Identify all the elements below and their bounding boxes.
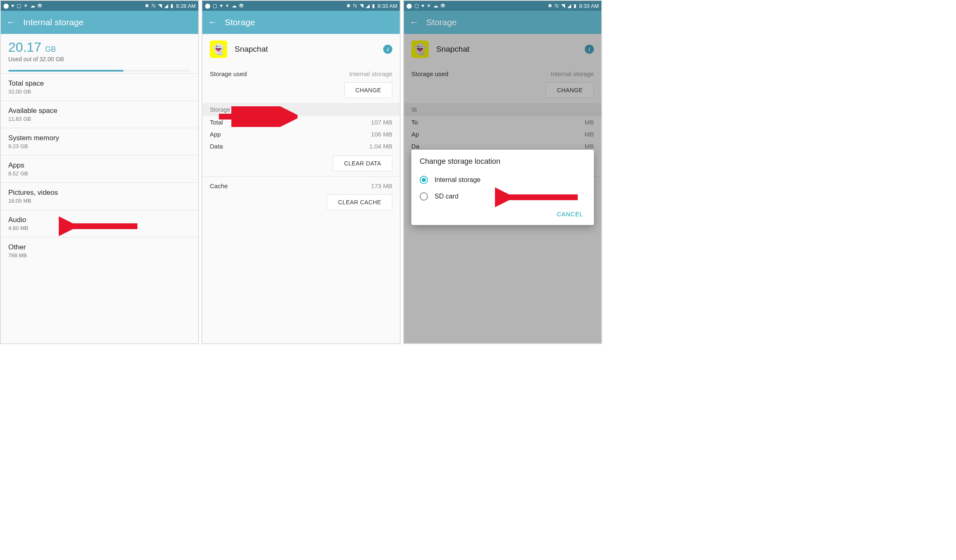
status-icon: ✶ xyxy=(427,3,431,9)
status-icon: ♥ xyxy=(220,3,223,9)
screen-internal-storage: ⬤ ♥ ▢ ✶ ☁ ⛃ ✱ ℕ ◥ ◢ ▮ 8:28 AM ← Internal… xyxy=(0,0,199,344)
wifi-icon: ◥ xyxy=(561,3,565,9)
signal-icon: ◢ xyxy=(366,3,370,9)
item-label: Pictures, videos xyxy=(8,189,191,197)
status-icon: ♥ xyxy=(421,3,424,9)
item-label: Other xyxy=(8,243,191,251)
status-clock: 8:33 AM xyxy=(377,3,397,9)
item-label: Apps xyxy=(8,161,191,170)
status-icon: ☁ xyxy=(232,3,237,9)
status-icon: ⬤ xyxy=(205,3,210,9)
storage-used-label: Storage used xyxy=(210,70,247,77)
snapchat-icon: 👻 xyxy=(210,41,227,58)
status-icon: ♥ xyxy=(11,3,14,9)
storage-progress xyxy=(8,70,191,72)
status-bar: ⬤ ▢ ♥ ✶ ☁ ⛃ ✱ ℕ ◥ ◢ ▮ 8:33 AM xyxy=(202,1,400,11)
status-icon: ✶ xyxy=(24,3,28,9)
option-label: Internal storage xyxy=(435,176,480,184)
battery-icon: ▮ xyxy=(171,3,173,9)
back-arrow-icon[interactable]: ← xyxy=(208,17,217,28)
screen-storage-dialog: ⬤ ▢ ♥ ✶ ☁ ⛃ ✱ ℕ ◥ ◢ ▮ 8:33 AM ← Storage … xyxy=(403,0,602,344)
status-bar: ⬤ ▢ ♥ ✶ ☁ ⛃ ✱ ℕ ◥ ◢ ▮ 8:33 AM xyxy=(404,1,601,11)
back-arrow-icon[interactable]: ← xyxy=(410,17,419,28)
back-arrow-icon[interactable]: ← xyxy=(7,17,16,28)
dialog-title: Change storage location xyxy=(420,157,586,166)
battery-icon: ▮ xyxy=(372,3,375,9)
storage-used-row: Storage used Internal storage xyxy=(202,65,400,79)
used-amount: 20.17 xyxy=(8,40,41,55)
nfc-icon: ℕ xyxy=(555,3,559,9)
status-icon: ⬤ xyxy=(3,3,9,9)
status-icon: ▢ xyxy=(414,3,419,9)
row-data: Data 1.04 MB xyxy=(202,140,400,152)
change-storage-dialog: Change storage location Internal storage… xyxy=(411,150,594,225)
clear-cache-button[interactable]: CLEAR CACHE xyxy=(327,194,392,210)
list-item-system-memory[interactable]: System memory 9.23 GB xyxy=(1,128,198,155)
content: 👻 Snapchat i Storage used Internal stora… xyxy=(404,34,601,343)
item-label: Audio xyxy=(8,216,191,224)
row-app: App 106 MB xyxy=(202,128,400,140)
app-header: 👻 Snapchat i xyxy=(202,34,400,65)
option-sd-card[interactable]: SD card xyxy=(420,188,586,205)
bluetooth-icon: ✱ xyxy=(346,3,351,9)
radio-unselected-icon xyxy=(420,192,428,201)
nfc-icon: ℕ xyxy=(353,3,357,9)
used-sub: Used out of 32.00 GB xyxy=(8,56,191,62)
status-icon: ▢ xyxy=(17,3,21,9)
status-icon: ⛃ xyxy=(38,3,42,9)
signal-icon: ◢ xyxy=(567,3,571,9)
radio-selected-icon xyxy=(420,176,428,184)
option-label: SD card xyxy=(435,193,459,200)
nfc-icon: ℕ xyxy=(151,3,156,9)
status-icon: ▢ xyxy=(213,3,217,9)
signal-icon: ◢ xyxy=(164,3,168,9)
app-bar: ← Storage xyxy=(202,11,400,34)
item-label: Available space xyxy=(8,107,191,115)
item-value: 32.00 GB xyxy=(8,89,191,95)
usage-summary: 20.17 GB Used out of 32.00 GB xyxy=(1,34,198,66)
app-name: Snapchat xyxy=(235,45,376,54)
section-header-storage: Storage xyxy=(202,103,400,116)
list-item-audio[interactable]: Audio 4.60 MB xyxy=(1,210,198,237)
appbar-title: Storage xyxy=(225,17,255,27)
item-label: Total space xyxy=(8,79,191,88)
status-icon: ✶ xyxy=(225,3,229,9)
list-item-available-space[interactable]: Available space 11.83 GB xyxy=(1,101,198,128)
option-internal-storage[interactable]: Internal storage xyxy=(420,172,586,188)
item-value: 11.83 GB xyxy=(8,116,191,122)
list-item-other[interactable]: Other 788 MB xyxy=(1,237,198,264)
item-value: 788 MB xyxy=(8,252,191,258)
list-item-apps[interactable]: Apps 8.52 GB xyxy=(1,156,198,182)
screen-app-storage: ⬤ ▢ ♥ ✶ ☁ ⛃ ✱ ℕ ◥ ◢ ▮ 8:33 AM ← Storage … xyxy=(202,0,401,344)
clear-data-button[interactable]: CLEAR DATA xyxy=(333,156,392,171)
list-item-pictures-videos[interactable]: Pictures, videos 18.05 MB xyxy=(1,183,198,210)
row-cache: Cache 173 MB xyxy=(202,177,400,191)
wifi-icon: ◥ xyxy=(360,3,363,9)
row-total: Total 107 MB xyxy=(202,116,400,128)
item-value: 4.60 MB xyxy=(8,225,191,231)
app-bar: ← Internal storage xyxy=(1,11,198,34)
item-value: 9.23 GB xyxy=(8,143,191,149)
cancel-button[interactable]: CANCEL xyxy=(554,207,586,221)
content: 20.17 GB Used out of 32.00 GB Total spac… xyxy=(1,34,198,343)
content: 👻 Snapchat i Storage used Internal stora… xyxy=(202,34,400,343)
status-icon: ☁ xyxy=(433,3,438,9)
app-bar: ← Storage xyxy=(404,11,601,34)
status-icon: ☁ xyxy=(30,3,35,9)
change-button[interactable]: CHANGE xyxy=(344,82,392,98)
status-icon: ⛃ xyxy=(441,3,445,9)
status-icon: ⬤ xyxy=(406,3,412,9)
battery-icon: ▮ xyxy=(574,3,576,9)
item-label: System memory xyxy=(8,134,191,142)
wifi-icon: ◥ xyxy=(158,3,162,9)
used-unit: GB xyxy=(45,45,56,53)
bluetooth-icon: ✱ xyxy=(145,3,149,9)
storage-used-value: Internal storage xyxy=(349,70,392,77)
item-value: 8.52 GB xyxy=(8,170,191,177)
item-value: 18.05 MB xyxy=(8,198,191,204)
info-icon[interactable]: i xyxy=(383,45,392,54)
status-icon: ⛃ xyxy=(239,3,243,9)
list-item-total-space[interactable]: Total space 32.00 GB xyxy=(1,74,198,101)
bluetooth-icon: ✱ xyxy=(548,3,552,9)
appbar-title: Storage xyxy=(426,17,457,27)
